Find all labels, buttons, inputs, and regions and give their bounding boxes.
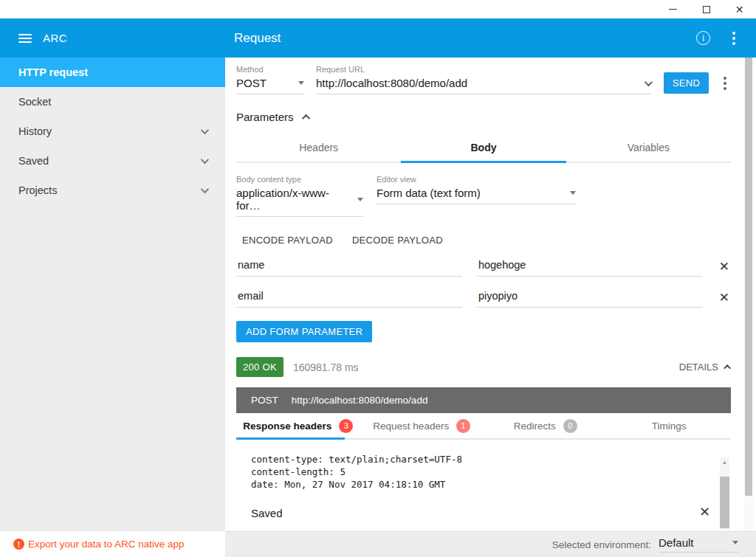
count-badge: 1 — [456, 419, 470, 433]
add-form-parameter-button[interactable]: ADD FORM PARAMETER — [236, 321, 372, 342]
editor-view-select[interactable]: Editor view Form data (text form) — [377, 175, 576, 217]
method-select[interactable]: Method POST — [236, 65, 304, 94]
response-scrollbar[interactable]: ▲ — [720, 457, 729, 530]
editor-view-label: Editor view — [377, 175, 576, 184]
request-line: Method POST Request URL http://localhost… — [236, 65, 731, 94]
chevron-down-icon — [201, 156, 209, 164]
tab-indicator — [236, 437, 345, 440]
tab-label: Request headers — [373, 421, 449, 432]
param-value-input[interactable] — [477, 256, 703, 277]
environment-select[interactable]: Default — [659, 536, 738, 553]
sidebar: HTTP request Socket History Saved Projec… — [0, 58, 225, 531]
dropdown-arrow-icon — [357, 198, 363, 201]
form-param-row: ✕ — [236, 256, 731, 277]
menu-icon[interactable] — [18, 32, 33, 45]
sidebar-item-label: Projects — [18, 184, 57, 196]
url-field[interactable]: Request URL http://localhost:8080/demo/a… — [316, 65, 650, 94]
dropdown-arrow-icon — [732, 541, 738, 544]
toast-close-icon[interactable]: ✕ — [699, 507, 710, 517]
sidebar-item-projects[interactable]: Projects — [0, 176, 225, 205]
content-type-label: Body content type — [236, 175, 363, 184]
method-label: Method — [236, 65, 304, 74]
request-menu-icon[interactable] — [719, 75, 731, 91]
response-status-row: 200 OK 160981.78 ms DETAILS — [236, 357, 731, 377]
parameters-toggle[interactable]: Parameters — [236, 111, 731, 123]
page-title: Request — [234, 31, 281, 46]
tab-redirects[interactable]: Redirects 0 — [484, 413, 608, 438]
method-value: POST — [236, 77, 267, 89]
main-scrollbar[interactable] — [744, 58, 753, 531]
parameters-title: Parameters — [236, 111, 294, 123]
sidebar-item-saved[interactable]: Saved — [0, 146, 225, 176]
response-headers-list: content-type: text/plain;charset=UTF-8 c… — [251, 453, 731, 491]
sidebar-item-label: Socket — [18, 96, 51, 108]
tab-response-headers[interactable]: Response headers 3 — [236, 413, 360, 438]
editor-view-value: Form data (text form) — [377, 187, 481, 199]
scrollbar-thumb[interactable] — [720, 477, 729, 528]
tab-label: Response headers — [243, 421, 331, 432]
sidebar-item-label: Saved — [18, 155, 49, 167]
param-name-input[interactable] — [236, 256, 462, 277]
sidebar-item-history[interactable]: History — [0, 117, 225, 146]
sidebar-item-socket[interactable]: Socket — [0, 87, 225, 117]
header-line: content-type: text/plain;charset=UTF-8 — [251, 453, 731, 466]
info-icon[interactable]: i — [696, 31, 710, 45]
more-options-icon[interactable] — [728, 30, 740, 46]
app-toolbar: ARC Request i — [0, 18, 756, 58]
remove-param-icon[interactable]: ✕ — [718, 290, 731, 305]
header-line: content-length: 5 — [251, 466, 731, 478]
sidebar-item-label: History — [18, 125, 52, 137]
param-value-input[interactable] — [477, 287, 703, 308]
parameters-tabs: Headers Body Variables — [236, 134, 731, 163]
minimize-icon — [669, 9, 677, 10]
count-badge: 3 — [339, 419, 353, 433]
maximize-icon — [703, 6, 710, 13]
request-panel: Method POST Request URL http://localhost… — [225, 58, 756, 531]
tab-label: Headers — [299, 142, 338, 153]
error-icon: ! — [13, 539, 24, 550]
tab-label: Timings — [652, 421, 687, 432]
dropdown-arrow-icon — [298, 81, 304, 85]
send-button[interactable]: SEND — [664, 72, 709, 94]
remove-param-icon[interactable]: ✕ — [718, 259, 731, 274]
content-type-select[interactable]: Body content type application/x-www-for… — [236, 175, 363, 217]
tab-indicator — [401, 161, 566, 163]
export-data-link[interactable]: ! Export your data to ARC native app — [0, 531, 225, 557]
url-value: http://localhost:8080/demo/add — [316, 77, 467, 89]
response-tabs: Response headers 3 Request headers 1 Red… — [236, 413, 731, 440]
chevron-up-icon — [301, 114, 309, 122]
chevron-down-icon — [201, 185, 209, 193]
url-label: Request URL — [316, 65, 650, 74]
tab-headers[interactable]: Headers — [236, 134, 401, 162]
window-minimize-button[interactable] — [656, 0, 690, 18]
chevron-down-icon[interactable] — [645, 77, 653, 86]
status-bar: ! Export your data to ARC native app Sel… — [0, 531, 756, 557]
header-line: date: Mon, 27 Nov 2017 04:18:10 GMT — [251, 478, 731, 491]
content-type-value: application/x-www-for… — [236, 187, 350, 212]
scroll-up-icon[interactable]: ▲ — [720, 457, 729, 466]
environment-value: Default — [659, 536, 694, 549]
tab-request-headers[interactable]: Request headers 1 — [360, 413, 484, 438]
scrollbar-thumb[interactable] — [745, 58, 752, 496]
window-maximize-button[interactable] — [690, 0, 723, 18]
saved-toast: Saved ✕ — [251, 507, 731, 519]
export-label: Export your data to ARC native app — [28, 539, 185, 550]
window-close-button[interactable]: ✕ — [723, 0, 756, 18]
decode-payload-button[interactable]: DECODE PAYLOAD — [352, 235, 443, 246]
chevron-down-icon — [201, 126, 209, 134]
tab-body[interactable]: Body — [401, 134, 566, 162]
details-toggle[interactable]: DETAILS — [679, 361, 731, 373]
tab-variables[interactable]: Variables — [566, 134, 731, 162]
sidebar-item-http-request[interactable]: HTTP request — [0, 58, 225, 87]
toast-message: Saved — [251, 507, 283, 519]
banner-url: http://localhost:8080/demo/add — [292, 395, 428, 406]
tab-timings[interactable]: Timings — [608, 413, 732, 438]
tab-label: Redirects — [514, 421, 556, 432]
banner-method: POST — [251, 395, 278, 406]
encode-payload-button[interactable]: ENCODE PAYLOAD — [242, 235, 333, 246]
close-icon: ✕ — [735, 4, 744, 15]
form-param-row: ✕ — [236, 287, 731, 308]
tab-label: Body — [470, 142, 496, 153]
count-badge: 0 — [563, 419, 577, 433]
param-name-input[interactable] — [236, 287, 462, 308]
